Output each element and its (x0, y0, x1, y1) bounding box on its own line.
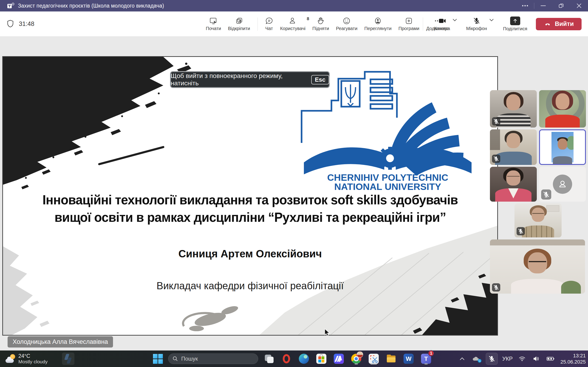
participant-video-tile[interactable] (515, 203, 562, 237)
search-icon (173, 356, 178, 361)
share-icon (510, 17, 520, 25)
windows-logo-icon (153, 354, 163, 364)
task-view-icon[interactable] (263, 352, 275, 365)
mic-muted-icon (492, 117, 500, 125)
participant-video-tile[interactable] (490, 167, 537, 202)
teams-app-icon (7, 2, 14, 9)
snipping-tool-icon[interactable] (368, 352, 380, 365)
toolbar-right-group: Камера Мікрофон Поділитися (421, 11, 582, 36)
tray-chevron-up-icon[interactable] (458, 356, 466, 362)
taskbar-app-icon[interactable] (62, 352, 74, 365)
minimize-icon[interactable] (534, 0, 552, 11)
slide-title: Інноваційні технології викладання та роз… (3, 191, 497, 226)
chrome-icon[interactable] (351, 352, 362, 365)
slide-title-line1: Інноваційні технології викладання та роз… (43, 191, 458, 209)
logo-text-line2: NATIONAL UNIVERSITY (334, 181, 441, 190)
shared-presentation-slide: Щоб вийти з повноекранного режиму, натис… (2, 56, 498, 336)
logo-gear (378, 147, 402, 170)
toolbar-center-group: Почати Відкріпити Чат 8 Користувачі (204, 11, 450, 36)
participant-video (490, 240, 585, 294)
mic-muted-icon (541, 190, 551, 200)
taskbar-search[interactable] (168, 353, 258, 364)
shield-icon (6, 19, 15, 29)
slide-author: Синиця Артем Олексійович (3, 247, 497, 260)
meeting-toolbar: 31:48 Почати Відкріпити Чат (0, 11, 588, 37)
microphone-button[interactable]: Мікрофон (464, 15, 489, 33)
chat-button[interactable]: Чат (263, 15, 275, 33)
toolbar-divider (258, 17, 258, 31)
tray-date: 25.06.2025 (561, 359, 586, 365)
participant-video-tile[interactable] (490, 90, 537, 127)
participant-video-tile[interactable] (539, 90, 586, 127)
taskbar-app-icons: W T 1 (263, 352, 432, 365)
mouse-cursor (324, 328, 331, 337)
file-explorer-icon[interactable] (385, 352, 397, 365)
leave-label: Вийти (555, 20, 574, 27)
hangup-icon (544, 21, 552, 27)
camera-label: Камера (434, 26, 450, 31)
window-controls (516, 0, 588, 11)
scissors-icon (372, 357, 378, 363)
mic-chevron-icon[interactable] (489, 19, 494, 21)
participant-avatar-tile[interactable] (539, 167, 586, 202)
close-icon[interactable] (570, 0, 588, 11)
teams-taskbar-icon[interactable]: T 1 (420, 352, 432, 365)
focused-app-indicator (371, 363, 377, 365)
search-input[interactable] (181, 356, 246, 362)
ila-app-icon[interactable] (333, 352, 345, 365)
start-label: Почати (206, 26, 221, 31)
chat-label: Чат (265, 26, 273, 31)
unpin-button[interactable]: Відкріпити (226, 15, 252, 33)
taskbar-clock[interactable]: 13:21 25.06.2025 (561, 352, 586, 365)
avatar-placeholder-icon (553, 175, 572, 194)
participant-video-tile-large[interactable] (490, 240, 585, 294)
windows-taskbar: 24°C Mostly cloudy (0, 350, 588, 367)
mic-muted-icon (492, 283, 500, 292)
mic-muted-icon (492, 155, 500, 163)
people-button[interactable]: 8 Користувачі (278, 15, 307, 33)
slide-title-line2: вищої освіти в рамках дисципліни “Рухлив… (54, 209, 446, 226)
open-app-indicator (355, 363, 358, 365)
trident-icon (346, 84, 355, 106)
battery-icon[interactable] (545, 355, 556, 362)
university-logo: CHERNIHIV POLYTECHNIC NATIONAL UNIVERSIT… (291, 66, 473, 190)
leave-button[interactable]: Вийти (536, 18, 582, 30)
language-indicator[interactable]: УКР (502, 356, 513, 362)
tray-time: 13:21 (561, 352, 586, 359)
participants-count: 8 (307, 16, 309, 21)
window-more-icon[interactable] (516, 0, 534, 11)
camera-button[interactable]: Камера (432, 15, 452, 33)
weather-icon (6, 354, 16, 363)
raise-label: Підняти (312, 26, 329, 31)
opera-icon[interactable] (281, 352, 292, 365)
volume-icon[interactable] (531, 355, 541, 363)
participant-video-tile[interactable] (490, 129, 537, 165)
tray-mic-muted-icon[interactable] (486, 353, 498, 365)
slide-subtitle: Викладач кафедри фізичної реабілітації (3, 280, 497, 292)
system-tray: УКР 13:21 25.06.2025 (458, 350, 586, 367)
react-button[interactable]: Реагувати (334, 15, 359, 33)
view-label: Переглянути (364, 26, 391, 31)
teams-notification-badge: 1 (428, 350, 434, 356)
toast-message: Щоб вийти з повноекранного режиму, натис… (171, 72, 308, 87)
weather-temp: 24°C (18, 353, 48, 359)
participant-video-tile-active-speaker[interactable] (539, 129, 586, 165)
onedrive-icon[interactable] (471, 355, 481, 363)
wifi-icon[interactable] (517, 355, 527, 363)
share-button[interactable]: Поділитися (501, 15, 529, 33)
open-app-indicator (424, 363, 428, 365)
start-presenting-button[interactable]: Почати (204, 15, 223, 33)
mic-label: Мікрофон (466, 26, 487, 31)
raise-hand-button[interactable]: Підняти (311, 15, 331, 33)
edge-icon[interactable] (298, 352, 310, 365)
weather-widget[interactable]: 24°C Mostly cloudy (3, 350, 50, 367)
people-label: Користувачі (280, 26, 305, 31)
microsoft-store-icon[interactable] (316, 352, 327, 365)
restore-icon[interactable] (552, 0, 570, 11)
weather-condition: Mostly cloudy (18, 359, 48, 365)
apps-button[interactable]: Програми (397, 15, 421, 33)
view-button[interactable]: Переглянути (363, 15, 393, 33)
start-button[interactable] (152, 352, 164, 365)
camera-chevron-icon[interactable] (452, 19, 457, 21)
word-icon[interactable]: W (403, 352, 414, 365)
